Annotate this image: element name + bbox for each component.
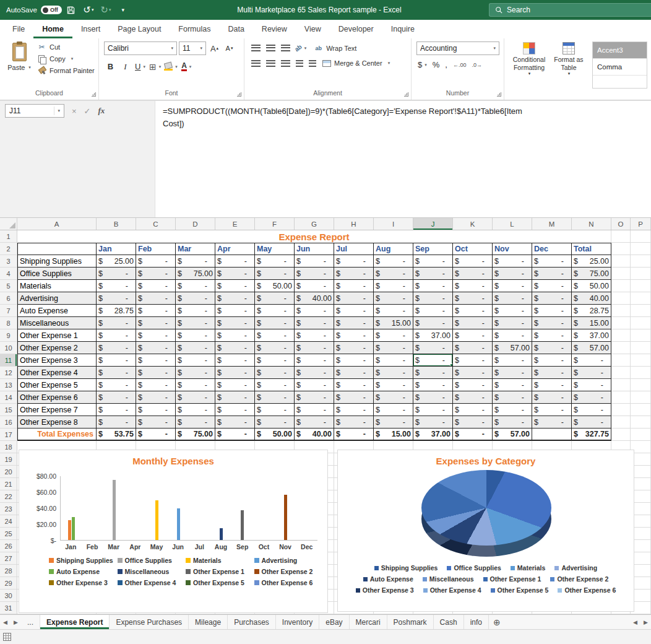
column-header-P[interactable]: P <box>631 218 651 230</box>
cell-G7[interactable]: $- <box>295 305 334 317</box>
ribbon-tab-data[interactable]: Data <box>219 20 252 38</box>
cell-E13[interactable]: $- <box>215 379 255 391</box>
cell-I12[interactable]: $- <box>374 367 413 379</box>
cell-G15[interactable]: $- <box>295 404 334 416</box>
cell-O14[interactable] <box>611 391 631 404</box>
cell-M13[interactable]: $- <box>532 379 572 391</box>
cell-F11[interactable]: $- <box>255 354 295 367</box>
cell-C4[interactable]: $- <box>136 268 176 280</box>
cell-E7[interactable]: $- <box>215 305 255 317</box>
cell-L6[interactable]: $- <box>493 292 532 305</box>
sheet-tab-mileage[interactable]: Mileage <box>189 615 228 629</box>
cell-J16[interactable]: $- <box>413 416 453 429</box>
cell-I17[interactable]: $15.00 <box>374 429 413 441</box>
column-header-A[interactable]: A <box>17 218 97 230</box>
cell-E12[interactable]: $- <box>215 367 255 379</box>
cell-F14[interactable]: $- <box>255 391 295 404</box>
cell-C7[interactable]: $- <box>136 305 176 317</box>
cell-J14[interactable]: $- <box>413 391 453 404</box>
number-dialog-launcher[interactable] <box>497 92 501 97</box>
clipboard-dialog-launcher[interactable] <box>92 92 96 97</box>
cell-L8[interactable]: $- <box>493 317 532 329</box>
autosave-toggle[interactable]: AutoSave Off <box>6 6 62 14</box>
cell-O3[interactable] <box>611 255 631 268</box>
cell-K12[interactable]: $- <box>453 367 493 379</box>
cell-P2[interactable] <box>631 243 651 255</box>
cell-J13[interactable]: $- <box>413 379 453 391</box>
cell-K3[interactable]: $- <box>453 255 493 268</box>
cell-L17[interactable]: $57.00 <box>493 429 532 441</box>
cell-J4[interactable]: $- <box>413 268 453 280</box>
cell-L12[interactable]: $- <box>493 367 532 379</box>
cell-G14[interactable]: $- <box>295 391 334 404</box>
cell-P3[interactable] <box>631 255 651 268</box>
legend-item[interactable]: Auto Expense <box>363 575 413 583</box>
cell-I14[interactable]: $- <box>374 391 413 404</box>
cell-C16[interactable]: $- <box>136 416 176 429</box>
tab-scroll-right[interactable]: ▶ <box>640 615 651 629</box>
cell-P6[interactable] <box>631 292 651 305</box>
cell-L4[interactable]: $- <box>493 268 532 280</box>
tab-scroll-left[interactable]: ◀ <box>630 615 640 629</box>
cell-B15[interactable]: $- <box>97 404 136 416</box>
cell-A3[interactable]: Shipping Supplies <box>17 255 97 268</box>
cell-D14[interactable]: $- <box>176 391 215 404</box>
cell-E8[interactable]: $- <box>215 317 255 329</box>
cell-L11[interactable]: $- <box>493 354 532 367</box>
column-header-K[interactable]: K <box>453 218 493 230</box>
column-header-B[interactable]: B <box>97 218 136 230</box>
formula-bar-input[interactable]: =SUMPRODUCT((MONTH(Table6[Date])=9)*(Tab… <box>155 101 651 217</box>
cell-K13[interactable]: $- <box>453 379 493 391</box>
row-header-22[interactable]: 22 <box>0 490 17 503</box>
enter-button[interactable]: ✓ <box>84 107 91 116</box>
cell-B9[interactable]: $- <box>97 329 136 342</box>
cell-I16[interactable]: $- <box>374 416 413 429</box>
cell-C17[interactable]: $- <box>136 429 176 441</box>
cell-C15[interactable]: $- <box>136 404 176 416</box>
cell-D17[interactable]: $75.00 <box>176 429 215 441</box>
undo-button[interactable]: ↺▾ <box>80 2 97 18</box>
cell-L3[interactable]: $- <box>493 255 532 268</box>
row-header-26[interactable]: 26 <box>0 540 17 552</box>
cancel-button[interactable]: × <box>72 107 77 116</box>
cell-F8[interactable]: $- <box>255 317 295 329</box>
cell-F12[interactable]: $- <box>255 367 295 379</box>
column-header-G[interactable]: G <box>295 218 334 230</box>
cell-N3[interactable]: $25.00 <box>572 255 611 268</box>
cell-P4[interactable] <box>631 268 651 280</box>
increase-indent-button[interactable] <box>309 60 316 67</box>
format-painter-button[interactable]: Format Painter <box>37 66 95 75</box>
cell-A15[interactable]: Other Expense 7 <box>17 404 97 416</box>
cell-E4[interactable]: $- <box>215 268 255 280</box>
cell-C14[interactable]: $- <box>136 391 176 404</box>
legend-item[interactable]: Other Expense 1 <box>186 568 254 575</box>
row-header-14[interactable]: 14 <box>0 391 17 404</box>
row-header-3[interactable]: 3 <box>0 255 17 268</box>
cell-J17[interactable]: $37.00 <box>413 429 453 441</box>
search-box[interactable]: Search <box>489 3 651 17</box>
legend-item[interactable]: Other Expense 6 <box>254 579 323 586</box>
cell-C9[interactable]: $- <box>136 329 176 342</box>
row-header-9[interactable]: 9 <box>0 329 17 342</box>
sheet-nav-right[interactable]: ▶ <box>11 615 21 629</box>
cell-K17[interactable]: $- <box>453 429 493 441</box>
cell-O1[interactable] <box>611 230 631 243</box>
legend-item[interactable]: Miscellaneous <box>118 568 186 575</box>
cell-B11[interactable]: $- <box>97 354 136 367</box>
bar-other-expense-2[interactable] <box>284 495 287 540</box>
cell-A6[interactable]: Advertising <box>17 292 97 305</box>
legend-item[interactable]: Other Expense 5 <box>491 586 549 594</box>
column-header-L[interactable]: L <box>493 218 532 230</box>
row-header-23[interactable]: 23 <box>0 503 17 515</box>
cell-J11[interactable]: $- <box>413 354 453 367</box>
cell-N11[interactable]: $- <box>572 354 611 367</box>
ribbon-tab-home[interactable]: Home <box>33 20 72 38</box>
cell-L7[interactable]: $- <box>493 305 532 317</box>
bar-office-supplies[interactable] <box>113 480 116 540</box>
cell-L13[interactable]: $- <box>493 379 532 391</box>
row-header-30[interactable]: 30 <box>0 590 17 602</box>
cell-B5[interactable]: $- <box>97 280 136 292</box>
cell-H14[interactable]: $- <box>334 391 374 404</box>
cell-K10[interactable]: $- <box>453 342 493 354</box>
wrap-text-button[interactable]: abWrap Text <box>314 44 356 53</box>
